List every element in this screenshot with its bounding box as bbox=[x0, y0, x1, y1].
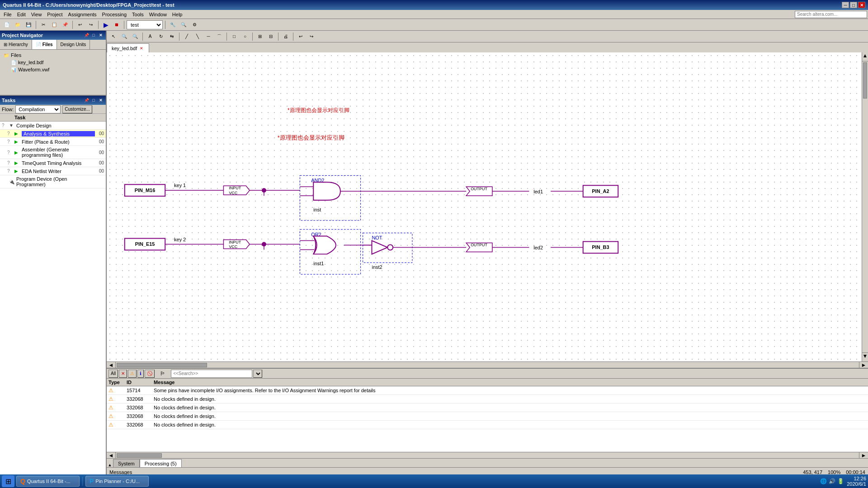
zoom-out-btn[interactable]: 🔍 bbox=[130, 32, 140, 42]
bus-btn[interactable]: ╲ bbox=[193, 32, 203, 42]
tree-item-key-led[interactable]: 📄 key_led.bdf bbox=[2, 59, 104, 66]
msg-filter-error[interactable]: ✕ bbox=[119, 370, 127, 378]
schematic-tab-close[interactable]: ✕ bbox=[139, 46, 144, 51]
cut-button[interactable]: ✂ bbox=[38, 20, 48, 30]
nav-maximize-icon[interactable]: □ bbox=[90, 32, 97, 38]
task-fitter[interactable]: ? ▶ Fitter (Place & Route) 00 bbox=[0, 138, 106, 146]
undo-button[interactable]: ↩ bbox=[75, 20, 85, 30]
tab-files[interactable]: 📄 Files bbox=[32, 40, 57, 49]
task-timequest[interactable]: ? ▶ TimeQuest Timing Analysis 00 bbox=[0, 159, 106, 167]
menu-window[interactable]: Window bbox=[146, 11, 170, 18]
task-play-analysis[interactable]: ▶ bbox=[14, 131, 21, 136]
battery-icon[interactable]: 🔋 bbox=[837, 478, 844, 484]
stop-button[interactable]: ⏹ bbox=[112, 20, 122, 30]
flow-combo[interactable]: Compilation bbox=[15, 105, 61, 113]
wire-btn[interactable]: ╱ bbox=[182, 32, 192, 42]
rect-btn[interactable]: □ bbox=[229, 32, 239, 42]
ellipse-btn[interactable]: ○ bbox=[240, 32, 250, 42]
menu-processing[interactable]: Processing bbox=[99, 11, 129, 18]
schematic-canvas[interactable]: *原理图也会显示对应引脚 PIN_M16 key 1 INPUT bbox=[107, 52, 862, 361]
task-expand-timequest[interactable]: ▶ bbox=[14, 160, 21, 165]
schematic-hscroll[interactable]: ◄ ► bbox=[107, 361, 868, 368]
menu-file[interactable]: File bbox=[1, 11, 14, 18]
menu-view[interactable]: View bbox=[28, 11, 45, 18]
msg-side-btn[interactable]: ▲ bbox=[107, 463, 113, 467]
text-btn[interactable]: A bbox=[145, 32, 155, 42]
clock-display[interactable]: 12:26 2020/6/1 bbox=[847, 476, 866, 487]
nav-close-icon[interactable]: ✕ bbox=[98, 32, 104, 38]
tab-design-units[interactable]: Design Units bbox=[57, 40, 90, 49]
tab-hierarchy[interactable]: ⊞ Hierarchy bbox=[0, 40, 32, 49]
menu-assignments[interactable]: Assignments bbox=[66, 11, 99, 18]
menu-project[interactable]: Project bbox=[44, 11, 65, 18]
tasks-pin-icon[interactable]: 📌 bbox=[83, 97, 90, 103]
project-combo[interactable]: test bbox=[127, 20, 163, 29]
task-compile-design[interactable]: ? ▼ Compile Design bbox=[0, 122, 106, 130]
nav-pin-icon[interactable]: 📌 bbox=[83, 32, 90, 38]
schematic-vscroll[interactable]: ▲ ▼ bbox=[862, 52, 868, 361]
group-btn[interactable]: ⊞ bbox=[255, 32, 265, 42]
task-expand-fitter[interactable]: ▶ bbox=[14, 139, 21, 144]
task-expand-compile[interactable]: ▼ bbox=[9, 123, 15, 128]
volume-icon[interactable]: 🔊 bbox=[829, 478, 835, 484]
redo2-btn[interactable]: ↪ bbox=[307, 32, 316, 42]
tree-item-waveform[interactable]: 📊 Waveform.vwf bbox=[2, 66, 104, 73]
msg-search-input[interactable] bbox=[171, 370, 252, 378]
msg-search-combo[interactable] bbox=[253, 370, 262, 378]
print-btn[interactable]: 🖨 bbox=[281, 32, 291, 42]
open-button[interactable]: 📁 bbox=[13, 20, 23, 30]
rotate-btn[interactable]: ↻ bbox=[156, 32, 166, 42]
maximize-button[interactable]: □ bbox=[850, 2, 857, 8]
msg-row-1[interactable]: ⚠ 332068 No clocks defined in design. bbox=[107, 395, 868, 404]
menu-tools[interactable]: Tools bbox=[129, 11, 146, 18]
schematic-tab-key-led[interactable]: key_led.bdf ✕ bbox=[107, 43, 149, 52]
svg-rect-39 bbox=[583, 242, 618, 253]
menu-help[interactable]: Help bbox=[170, 11, 185, 18]
mirror-btn[interactable]: ⇆ bbox=[167, 32, 177, 42]
msg-filter-info[interactable]: ℹ bbox=[137, 370, 144, 378]
new-button[interactable]: 📄 bbox=[2, 20, 12, 30]
tb-btn-3[interactable]: ⚙ bbox=[189, 20, 199, 30]
task-play-assembler[interactable]: ▶ bbox=[14, 150, 21, 155]
menu-edit[interactable]: Edit bbox=[14, 11, 28, 18]
close-button[interactable]: ✕ bbox=[858, 2, 865, 8]
task-analysis-synthesis[interactable]: ? ▶ Analysis & Synthesis 00 bbox=[0, 130, 106, 138]
task-assembler[interactable]: ? ▶ Assembler (Generate programming file… bbox=[0, 146, 106, 159]
msg-row-4[interactable]: ⚠ 332068 No clocks defined in design. bbox=[107, 421, 868, 429]
msg-hscroll[interactable]: ◄ ► bbox=[107, 452, 868, 458]
ungroup-btn[interactable]: ⊟ bbox=[266, 32, 276, 42]
tasks-maximize-icon[interactable]: □ bbox=[90, 97, 97, 103]
tb-btn-1[interactable]: 🔧 bbox=[168, 20, 178, 30]
zoom-in-btn[interactable]: 🔍 bbox=[119, 32, 129, 42]
tree-item-root[interactable]: 📁 Files bbox=[2, 52, 104, 59]
btm-tab-processing[interactable]: Processing (5) bbox=[140, 459, 182, 467]
btm-tab-system[interactable]: System bbox=[113, 459, 140, 467]
start-button[interactable]: ⊞ bbox=[2, 475, 14, 487]
msg-filter-suppress[interactable]: 🚫 bbox=[145, 370, 155, 378]
curve-btn[interactable]: ⌒ bbox=[214, 32, 224, 42]
altera-search-input[interactable] bbox=[795, 11, 867, 18]
task-eda[interactable]: ? ▶ EDA Netlist Writer 00 bbox=[0, 167, 106, 175]
msg-filter-warn[interactable]: ⚠ bbox=[128, 370, 137, 378]
line-btn[interactable]: ─ bbox=[203, 32, 213, 42]
paste-button[interactable]: 📌 bbox=[60, 20, 70, 30]
undo2-btn[interactable]: ↩ bbox=[296, 32, 306, 42]
minimize-button[interactable]: ─ bbox=[842, 2, 849, 8]
compile-button[interactable]: ▶ bbox=[101, 20, 111, 30]
msg-row-0[interactable]: ⚠ 15714 Some pins have incomplete I/O as… bbox=[107, 386, 868, 395]
task-expand-eda[interactable]: ▶ bbox=[14, 169, 21, 174]
save-button[interactable]: 💾 bbox=[24, 20, 33, 30]
redo-button[interactable]: ↪ bbox=[86, 20, 96, 30]
task-program-device[interactable]: 🔌 Program Device (Open Programmer) bbox=[0, 175, 106, 188]
tb-btn-2[interactable]: 🔍 bbox=[179, 20, 189, 30]
msg-row-3[interactable]: ⚠ 332068 No clocks defined in design. bbox=[107, 412, 868, 421]
taskbar-app-quartus[interactable]: Q Quartus II 64-Bit -... bbox=[16, 476, 80, 487]
copy-button[interactable]: 📋 bbox=[49, 20, 59, 30]
sel-mode-btn[interactable]: ↖ bbox=[108, 32, 118, 42]
network-icon[interactable]: 🌐 bbox=[820, 478, 827, 484]
msg-row-2[interactable]: ⚠ 332068 No clocks defined in design. bbox=[107, 404, 868, 412]
msg-filter-all[interactable]: All bbox=[108, 370, 118, 378]
taskbar-app-pinplanner[interactable]: P Pin Planner - C:/U... bbox=[85, 476, 149, 487]
tasks-close-icon[interactable]: ✕ bbox=[98, 97, 104, 103]
customize-button[interactable]: Customize... bbox=[62, 105, 92, 113]
